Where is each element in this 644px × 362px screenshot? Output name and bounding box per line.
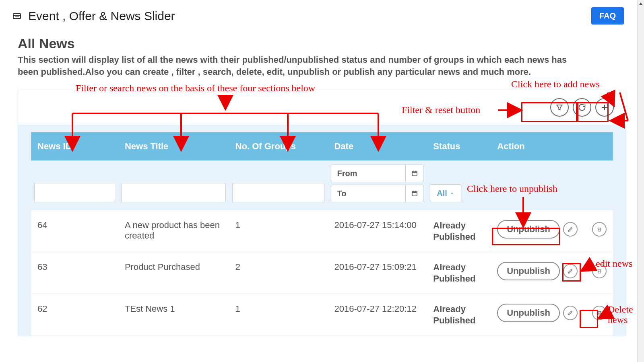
svg-rect-23 xyxy=(598,312,601,315)
unpublish-button[interactable]: Unpublish xyxy=(497,220,560,239)
cell-id: 62 xyxy=(31,294,118,336)
col-status: Status xyxy=(427,132,491,160)
section-title: All News xyxy=(18,36,626,51)
svg-rect-19 xyxy=(598,270,601,273)
filter-button[interactable] xyxy=(550,98,569,117)
trash-icon xyxy=(596,268,603,274)
edit-button[interactable] xyxy=(563,306,578,320)
table-row: 62 TEst News 1 1 2016-07-27 12:20:12 Alr… xyxy=(31,294,613,336)
section-description: This section will display list of all th… xyxy=(18,54,573,78)
scrollbar[interactable] xyxy=(637,0,644,362)
svg-rect-10 xyxy=(412,191,417,196)
cell-date: 2016-07-27 15:14:00 xyxy=(328,210,427,252)
unpublish-button[interactable]: Unpublish xyxy=(497,262,560,280)
svg-marker-3 xyxy=(557,105,562,110)
filter-date-from[interactable]: From xyxy=(331,165,423,182)
cell-status: Already Published xyxy=(427,252,491,294)
delete-button[interactable] xyxy=(592,306,607,320)
svg-marker-14 xyxy=(451,193,453,194)
filter-news-id[interactable] xyxy=(34,183,115,202)
cell-title: TEst News 1 xyxy=(118,294,229,336)
cell-date: 2016-07-27 12:20:12 xyxy=(328,294,427,336)
cell-groups: 1 xyxy=(229,210,328,252)
delete-button[interactable] xyxy=(592,264,607,278)
cell-id: 64 xyxy=(31,210,118,252)
svg-rect-0 xyxy=(13,14,21,19)
unpublish-button[interactable]: Unpublish xyxy=(497,304,560,322)
svg-marker-40 xyxy=(639,2,642,5)
status-dropdown-label: All xyxy=(437,189,447,198)
svg-rect-15 xyxy=(598,228,601,231)
col-date: Date xyxy=(328,132,427,160)
scroll-up-icon xyxy=(638,0,644,7)
date-to-label: To xyxy=(331,185,405,202)
cell-status: Already Published xyxy=(427,210,491,252)
calendar-icon xyxy=(405,165,423,182)
date-from-label: From xyxy=(331,165,405,182)
pencil-icon xyxy=(567,310,574,316)
chevron-down-icon xyxy=(450,191,454,196)
trash-icon xyxy=(596,226,603,232)
col-no-of-groups: No. Of Groups xyxy=(229,132,328,160)
svg-rect-6 xyxy=(412,171,417,176)
news-table: News ID News Title No. Of Groups Date St… xyxy=(31,132,613,336)
pencil-icon xyxy=(567,226,574,232)
col-action: Action xyxy=(491,132,613,160)
add-news-button[interactable] xyxy=(595,98,614,117)
table-row: 63 Product Purchased 2 2016-07-27 15:09:… xyxy=(31,252,613,294)
cell-title: A new product has been created xyxy=(118,210,229,252)
cell-groups: 1 xyxy=(229,294,328,336)
filter-status-dropdown[interactable]: All xyxy=(430,184,461,202)
table-row: 64 A new product has been created 1 2016… xyxy=(31,210,613,252)
reset-button[interactable] xyxy=(573,98,591,117)
col-news-title: News Title xyxy=(118,132,229,160)
edit-button[interactable] xyxy=(563,264,578,278)
cell-status: Already Published xyxy=(427,294,491,336)
slider-icon xyxy=(12,11,22,21)
edit-button[interactable] xyxy=(563,222,578,237)
cell-date: 2016-07-27 15:09:21 xyxy=(328,252,427,294)
page-title: Event , Offer & News Slider xyxy=(28,9,175,23)
cell-id: 63 xyxy=(31,252,118,294)
faq-button[interactable]: FAQ xyxy=(591,7,624,25)
trash-icon xyxy=(596,310,603,316)
col-news-id: News ID xyxy=(31,132,118,160)
news-panel: News ID News Title No. Of Groups Date St… xyxy=(18,90,626,336)
delete-button[interactable] xyxy=(592,222,607,237)
cell-title: Product Purchased xyxy=(118,252,229,294)
filter-groups[interactable] xyxy=(232,183,325,202)
calendar-icon xyxy=(405,185,423,202)
pencil-icon xyxy=(567,268,574,274)
filter-date-to[interactable]: To xyxy=(331,185,423,202)
filter-news-title[interactable] xyxy=(122,183,226,202)
cell-groups: 2 xyxy=(229,252,328,294)
